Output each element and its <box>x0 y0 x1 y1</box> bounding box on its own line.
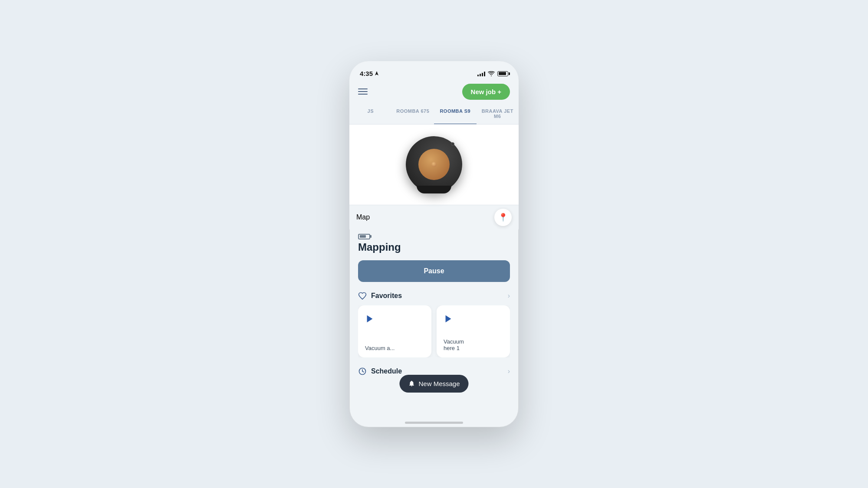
schedule-title: Schedule <box>371 367 402 375</box>
new-message-toast[interactable]: New Message <box>399 375 468 393</box>
device-battery-indicator <box>358 234 370 239</box>
hamburger-line-1 <box>358 88 368 89</box>
map-section: Map 📍 <box>349 205 519 229</box>
home-indicator <box>405 422 463 424</box>
battery-status-row <box>358 234 510 239</box>
clock-icon <box>358 367 367 376</box>
svg-marker-0 <box>367 315 373 322</box>
favorite-card-1-label: Vacuum a... <box>365 345 395 351</box>
schedule-chevron-icon: › <box>508 367 510 375</box>
favorite-card-2[interactable]: Vacuumhere 1 <box>437 305 510 357</box>
status-icons <box>477 71 508 76</box>
status-bar: 4:35 <box>349 61 519 80</box>
menu-button[interactable] <box>358 88 368 95</box>
tab-roomba675[interactable]: ROOMBA 675 <box>392 103 434 124</box>
play-icon-1 <box>365 314 375 326</box>
tab-js[interactable]: JS <box>349 103 392 124</box>
bell-icon <box>408 380 415 387</box>
status-title: Mapping <box>358 241 510 253</box>
tab-braava[interactable]: BRAAVA JET M6 <box>477 103 519 124</box>
device-image-section <box>349 124 519 205</box>
map-location-icon: 📍 <box>498 213 508 222</box>
map-button[interactable]: 📍 <box>494 209 512 226</box>
robot-image <box>406 136 462 193</box>
toast-label: New Message <box>418 380 460 387</box>
robot-center-disk <box>418 149 450 180</box>
pause-label: Pause <box>424 267 444 275</box>
favorites-cards: Vacuum a... Vacuumhere 1 <box>358 305 510 357</box>
play-icon-2 <box>444 314 453 326</box>
phone-frame: 4:35 <box>349 61 519 427</box>
time-display: 4:35 <box>360 70 373 77</box>
new-job-label: New job + <box>471 88 501 95</box>
heart-icon <box>358 291 367 300</box>
favorites-header[interactable]: Favorites › <box>358 289 510 305</box>
map-label: Map <box>356 213 370 221</box>
pause-button[interactable]: Pause <box>358 260 510 282</box>
hamburger-line-2 <box>358 91 368 92</box>
favorites-title: Favorites <box>371 292 402 300</box>
app-header: New job + <box>349 80 519 103</box>
favorites-header-left: Favorites <box>358 291 402 300</box>
location-arrow-icon <box>375 71 379 76</box>
main-content: Mapping Pause Favorites › <box>349 229 519 378</box>
svg-marker-1 <box>446 315 451 322</box>
hamburger-line-3 <box>358 94 368 95</box>
robot-body <box>406 136 462 193</box>
signal-icon <box>477 71 485 76</box>
device-battery-fill <box>360 235 366 238</box>
favorite-card-2-label: Vacuumhere 1 <box>444 338 464 351</box>
wifi-icon <box>488 71 495 76</box>
schedule-left: Schedule <box>358 367 402 376</box>
status-time: 4:35 <box>360 70 379 77</box>
favorites-chevron-icon: › <box>508 292 510 300</box>
device-tabs: JS ROOMBA 675 ROOMBA S9 BRAAVA JET M6 <box>349 103 519 124</box>
robot-button <box>451 142 454 146</box>
robot-flat-base <box>417 186 451 193</box>
tab-roomba-s9[interactable]: ROOMBA S9 <box>434 103 477 124</box>
device-status-section: Mapping <box>358 229 510 260</box>
favorite-card-1[interactable]: Vacuum a... <box>358 305 431 357</box>
battery-icon <box>497 71 508 76</box>
new-job-button[interactable]: New job + <box>462 84 510 100</box>
